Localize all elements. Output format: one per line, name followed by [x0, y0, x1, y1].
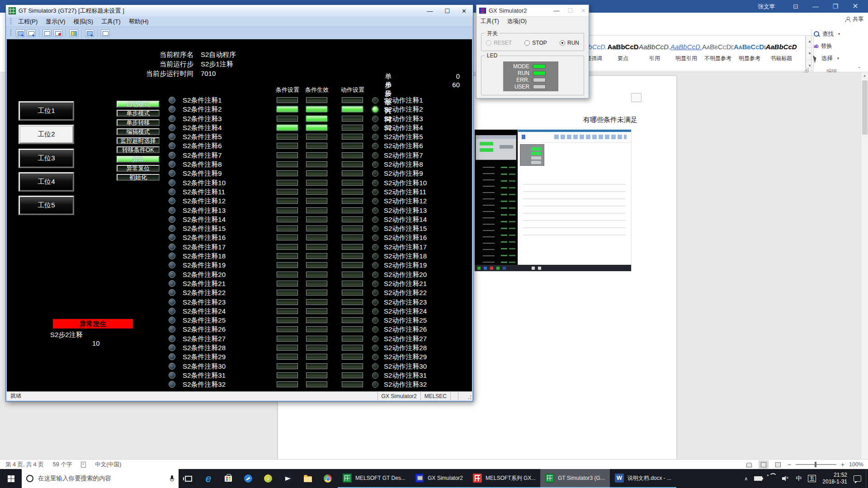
- taskbar-app-button[interactable]: GX Simulator2: [410, 469, 468, 488]
- style-gallery-item[interactable]: AaBbCcD. 明显引用: [670, 36, 702, 71]
- taskbar-app-button[interactable]: MELSOFT系列 GX...: [468, 469, 540, 488]
- open-project-icon[interactable]: [16, 29, 25, 37]
- lamp-column-header: 动作设置: [336, 86, 369, 94]
- editing-group: 查找 ▼ ab 替换 选择 ▼ 编辑: [814, 28, 857, 65]
- action-output-lamp: [372, 381, 378, 388]
- store-button[interactable]: [218, 469, 238, 488]
- device-monitor-icon[interactable]: [69, 29, 78, 37]
- switch-radio[interactable]: RUN: [560, 40, 579, 46]
- resize-grip[interactable]: [466, 392, 472, 400]
- task-view-icon: [185, 476, 192, 482]
- open-recent-icon[interactable]: [27, 29, 36, 37]
- wifi-icon[interactable]: [769, 476, 776, 481]
- gt-titlebar[interactable]: GT Simulator3 (GT27) [工程标题未设置 ] — ☐ ✕: [6, 5, 473, 17]
- taskbar-app-button[interactable]: MELSOFT GT Des...: [338, 469, 410, 488]
- word-restore-button[interactable]: ❐: [826, 0, 844, 13]
- zoom-out-button[interactable]: −: [788, 461, 791, 468]
- app-label: MELSOFT系列 GX...: [486, 474, 535, 482]
- select-button[interactable]: 选择 ▼: [814, 52, 857, 65]
- scrollbar-thumb[interactable]: [862, 80, 868, 135]
- styles-dialog-launcher-icon[interactable]: [804, 68, 808, 72]
- page-indicator[interactable]: 第 4 页, 共 4 页: [5, 461, 44, 469]
- taskbar-clock[interactable]: 21:52 2018-1-31: [822, 472, 847, 485]
- condition-row: S2条件注释3 S2动作注释3: [7, 114, 472, 123]
- zoom-slider-thumb[interactable]: [815, 462, 816, 467]
- chrome-button[interactable]: [318, 469, 338, 488]
- microphone-icon[interactable]: [170, 475, 174, 482]
- gt-menu-item[interactable]: 模拟(S): [70, 18, 97, 26]
- battery-icon[interactable]: [754, 476, 762, 481]
- mail-app-button[interactable]: [278, 469, 298, 488]
- share-button[interactable]: 共享: [845, 15, 863, 23]
- taskbar-app-button[interactable]: 说明文档.docx - ...: [610, 469, 676, 488]
- screen-preview-icon[interactable]: [101, 29, 110, 37]
- embedded-screenshot[interactable]: [475, 130, 631, 271]
- ime-mode-indicator[interactable]: 五: [808, 475, 816, 482]
- blue-app-button[interactable]: [238, 469, 258, 488]
- gallery-down-icon[interactable]: ▼: [806, 48, 813, 60]
- gt-maximize-button[interactable]: ☐: [444, 8, 450, 14]
- collapse-ribbon-icon[interactable]: ⌃: [857, 66, 861, 72]
- style-gallery-item[interactable]: AaBbCcD. 引用: [639, 36, 670, 71]
- gallery-up-icon[interactable]: ▲: [806, 36, 813, 48]
- gt-minimize-button[interactable]: —: [427, 8, 433, 14]
- action-set-lamp: [342, 207, 363, 213]
- action-set-lamp: [342, 299, 363, 305]
- language-indicator[interactable]: 中文(中国): [95, 461, 121, 469]
- volume-muted-icon[interactable]: [782, 476, 789, 481]
- gx-close-button[interactable]: ✕: [581, 7, 586, 14]
- menubar-grip: [10, 18, 12, 25]
- document-scrollbar[interactable]: ▲: [861, 72, 868, 459]
- style-gallery-item[interactable]: AaBbCcDd 明显参考: [734, 36, 765, 71]
- switch-radio[interactable]: RESET: [486, 40, 512, 46]
- gx-menu-item[interactable]: 选项(O): [503, 18, 531, 25]
- find-button[interactable]: 查找 ▼: [814, 28, 857, 40]
- gt-menu-item[interactable]: 工程(P): [14, 18, 42, 26]
- action-comment-label: S2动作注释6: [384, 142, 423, 150]
- condition-valid-lamp: [306, 134, 327, 140]
- word-minimize-button[interactable]: —: [807, 0, 825, 13]
- gt-menu-item[interactable]: 显示(V): [42, 18, 69, 26]
- style-gallery-item[interactable]: AaBbCcD 要点: [607, 36, 639, 71]
- monitor-stop-icon[interactable]: [53, 29, 62, 37]
- style-sample: AaBbCcD: [607, 41, 639, 55]
- proofing-status-icon[interactable]: [81, 462, 86, 468]
- gt-menu-item[interactable]: 工具(T): [97, 18, 125, 26]
- action-output-lamp: [372, 97, 378, 103]
- gt-close-button[interactable]: ✕: [462, 8, 467, 14]
- music-app-button[interactable]: ♪: [258, 469, 278, 488]
- gt-menu-item[interactable]: 帮助(H): [125, 18, 153, 26]
- switch-radio[interactable]: STOP: [524, 40, 547, 46]
- tray-chevron-icon[interactable]: ∧: [744, 476, 748, 482]
- taskbar-search-box[interactable]: 在这里输入你要搜索的内容: [22, 469, 179, 488]
- web-layout-icon[interactable]: [773, 460, 783, 469]
- print-layout-icon[interactable]: [759, 460, 769, 469]
- action-set-lamp: [342, 134, 363, 140]
- zoom-in-button[interactable]: +: [841, 461, 844, 468]
- word-close-button[interactable]: ✕: [846, 0, 864, 13]
- word-count[interactable]: 59 个字: [53, 461, 72, 469]
- gx-menu-item[interactable]: 工具(T): [476, 18, 503, 25]
- file-explorer-button[interactable]: [298, 469, 318, 488]
- edge-button[interactable]: e: [198, 469, 218, 488]
- style-gallery-item[interactable]: AaBbCcD 书籍标题: [765, 36, 797, 71]
- condition-set-lamp: [277, 281, 298, 286]
- read-mode-icon[interactable]: [744, 460, 754, 469]
- task-view-button[interactable]: [179, 469, 198, 488]
- action-center-icon[interactable]: [854, 475, 861, 482]
- gx-minimize-button[interactable]: —: [553, 7, 559, 14]
- scrollbar-up-icon[interactable]: ▲: [861, 72, 868, 80]
- gx-titlebar[interactable]: GX Simulator2 — ☐ ✕: [476, 5, 589, 17]
- taskbar-app-button[interactable]: GT Simulator3 (G...: [540, 469, 610, 488]
- ribbon-display-options-icon[interactable]: ⊡: [787, 0, 805, 13]
- action-comment-label: S2动作注释17: [384, 243, 427, 252]
- style-gallery-item[interactable]: AaBbCcDd 不明显参考: [702, 36, 734, 71]
- replace-button[interactable]: ab 替换: [814, 40, 857, 52]
- show-desktop-button[interactable]: [866, 469, 868, 488]
- start-button[interactable]: [0, 469, 22, 488]
- monitor-start-icon[interactable]: [42, 29, 52, 37]
- zoom-level[interactable]: 100%: [849, 461, 863, 468]
- zoom-slider[interactable]: [796, 464, 836, 465]
- transfer-icon[interactable]: [85, 29, 94, 37]
- ime-indicator[interactable]: 中: [796, 474, 802, 483]
